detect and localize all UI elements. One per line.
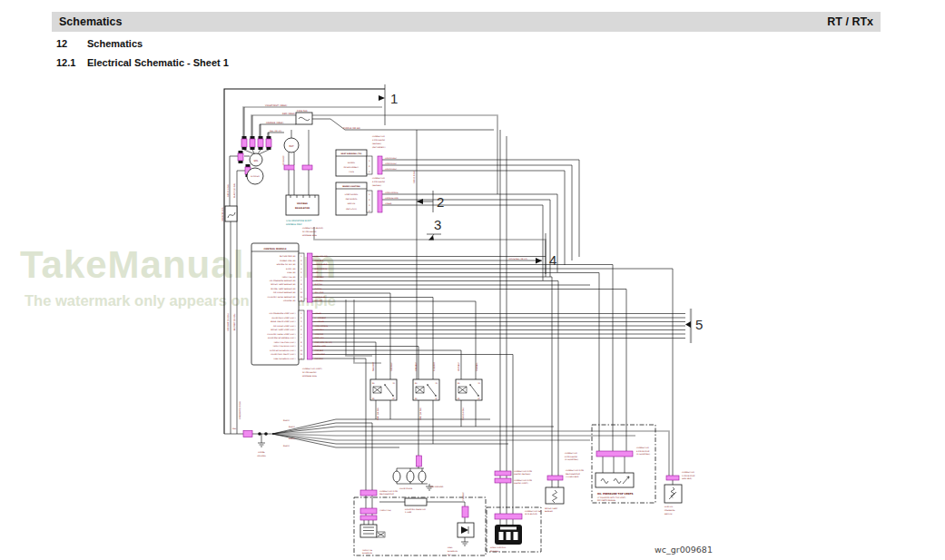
- temp-label-1: WATER TEMP: [545, 507, 558, 510]
- regulator-label-1: VOLTAGE: [297, 202, 308, 205]
- v-label: PUR/BLK: [462, 492, 465, 501]
- oilsw-label-2: PRESSURE: [664, 509, 675, 512]
- connector-bar: [596, 451, 633, 457]
- wire-labels: ORG/VIOLETGRN/VIOLETORG/VIOLET: [385, 157, 398, 171]
- output-wire-labels: GREENLT GRN/BLKLT GREENGRN/ORANGEGRN/WHT…: [315, 312, 332, 360]
- connector-caption: CONNECTOR3 PIN DELPHI(SEALED)(KEY SW/BAT…: [372, 135, 386, 149]
- v-label: RED/BLK: [390, 362, 393, 371]
- v-label: PINK/WHT: [372, 361, 375, 371]
- callout-4: 4: [549, 252, 556, 268]
- v-label: PINK/BLU: [476, 362, 478, 371]
- fan-wire-label: BLACK: [283, 445, 290, 447]
- dash-label-1: DASH CONTROL: [490, 546, 507, 549]
- fuel-label-1: FUEL: [448, 546, 453, 549]
- wire-label: PURPLE (18 GA): [343, 127, 360, 130]
- glow-plug: [407, 471, 414, 482]
- oil-sender-group: CONNECTOR4 PIN DELPHI(IF EQUIPPED) CONNE…: [565, 425, 655, 503]
- dash-label-2: MODULE: [490, 550, 499, 553]
- connector-caption: CONNECTOR1 PIN W-PACK(ENG BLK): [682, 471, 695, 480]
- figure-code: wc_gr009681: [655, 545, 713, 555]
- wire-label: RED: [232, 427, 237, 430]
- callout-2: 2: [437, 194, 444, 210]
- v-label: 12 GAUGE: [282, 155, 285, 166]
- connector-bar: [462, 506, 468, 517]
- glow-plug: [393, 471, 400, 482]
- temp-sender-box: [546, 487, 564, 504]
- connector-caption: CONNECTOR4 PIN DELPHI(IF EQUIPPED): [565, 452, 578, 461]
- connector-bar: [495, 478, 511, 483]
- resistor-label-2: 1 OHM: [405, 511, 411, 514]
- connector-bar: [243, 431, 252, 437]
- oil-switch-box: [664, 485, 682, 503]
- splice-dot: [264, 432, 268, 436]
- bat-label: BAT: [289, 144, 293, 148]
- connector-bar: [417, 456, 422, 467]
- v-label: BLK/WHT (16 GA): [233, 313, 236, 330]
- v-label: RED/WHT (16 GA): [227, 313, 230, 330]
- v-label: BREAKER 40A: [221, 207, 224, 221]
- harness-note-2: HARNESS ONLY: [286, 223, 302, 226]
- resistor-label-1: DROPPING RESISTOR: [405, 508, 426, 511]
- connector-caption: CONNECTOR4 PIN DELPHI(SEALED): [372, 177, 385, 187]
- dropping-resistor-box: [405, 498, 427, 506]
- connector-caption: CONNECTOR 2 PINWEATHERPACK: [379, 490, 398, 496]
- connector-bar: [360, 516, 377, 520]
- temp-sender-group: CONNECTOR 2 PINWEATHERPACK(TO ENG BLK) W…: [545, 469, 584, 513]
- callouts: 1 2 3 4 5: [379, 91, 703, 332]
- connector-caption: CONNECTOR 2 PINDELPHI (GRAY): [514, 479, 532, 486]
- seat-box-title: SEAT SENSING (TV): [340, 152, 361, 155]
- throttle-label-1: THROTTLE: [362, 549, 373, 552]
- wire-labels: GRN/ORANGEORANGE/GRNGREEN: [385, 192, 399, 205]
- callout-3: 3: [434, 217, 441, 232]
- v-label: ORG/WHT (18 GA): [239, 401, 241, 419]
- v-label: ORG (14 GA): [419, 408, 422, 420]
- sender-sub-2: SEE PARTS MANUAL: [597, 499, 616, 502]
- glow-plugs-label: GLOW PLUGS: [399, 487, 413, 490]
- v-label: PINK (14 GA): [377, 408, 379, 420]
- voltage-regulator-box: [286, 195, 319, 215]
- schematic-border: [224, 89, 385, 434]
- connector-bar: [284, 165, 294, 170]
- circuit-breaker-symbol: [225, 206, 237, 221]
- wire-label: ORANGE (18GA): [266, 122, 283, 124]
- control-module-title: CONTROL MODULE: [263, 248, 287, 251]
- callout-1: 1: [390, 91, 398, 106]
- connector-caption: CONNECTOR 2 PINWEATHERPACK(TO ENG BLK): [566, 469, 584, 478]
- v-label: WHT/BLK: [458, 361, 460, 370]
- oilsw-label-3: SWITCH: [664, 513, 673, 516]
- connector-bar: [378, 191, 382, 212]
- connector-bar: [495, 471, 511, 476]
- starter-label: STARTER: [251, 175, 260, 178]
- v-label: RED (18 GA): [413, 171, 416, 183]
- schematic-figure: SOL STARTER BAT VOLTAGE REGULATOR 1/16 A…: [0, 0, 945, 560]
- input-wire-labels: FUEL (20 GA)PINK/BLKORANGE/BLKBLK/ORANGE…: [315, 255, 329, 302]
- relay-2: 8685 3087: [413, 379, 439, 400]
- connector-bar: [360, 490, 377, 496]
- wire-label: RED (18GA): [282, 113, 295, 115]
- throttle-label-2: SOLENOID: [362, 552, 373, 555]
- connector-bar: [547, 476, 563, 480]
- splice-dot: [258, 432, 261, 436]
- oil-switch-group: CONNECTOR1 PIN W-PACK(ENG BLK) LOW OIL P…: [664, 471, 695, 516]
- regulator-label-2: REGULATOR: [295, 207, 310, 210]
- harness-note-1: 1/16 ADVANTAGE W/OPT: [286, 220, 312, 222]
- connector-caption: CONNECTOR 16P(8 PL BLACK): [525, 510, 542, 516]
- connector-bar-black: [308, 253, 313, 302]
- v-label: BLACK (10 GA): [233, 183, 236, 198]
- sender-title: OIL PRESSURE TOP VENTS: [597, 492, 634, 496]
- relay-1: 8685 3087: [370, 379, 397, 400]
- connector-caption: CONNECTOR 2 PINDELPHI (SEALED): [514, 470, 532, 476]
- connector-bar: [495, 514, 522, 519]
- work-lighting-box: CONNECTOR4 PIN DELPHI(SEALED) WORK LIGHT…: [336, 177, 399, 216]
- connector-bar: [378, 156, 382, 174]
- v-label: ORG/BLK: [415, 362, 418, 371]
- connector-bar-gray: [308, 310, 313, 359]
- wire-label: VIOLET/WHT (18GA): [265, 104, 287, 107]
- engine-region: GLOW PLUGS ENG GROUND DROPPING RESISTOR …: [354, 456, 486, 556]
- v-label: PUR/WHT: [433, 361, 436, 371]
- connector-caption: CONNECTOR (BLACK)12 PIN DELPHIHARNESS SI…: [302, 227, 323, 237]
- dash-module-group: CONNECTOR 2 PINDELPHI (SEALED) CONNECTOR…: [487, 470, 542, 553]
- work-box-title: WORK LIGHTING: [342, 185, 360, 188]
- callout-5: 5: [695, 317, 703, 332]
- relay-3: 8685 3087: [456, 379, 482, 400]
